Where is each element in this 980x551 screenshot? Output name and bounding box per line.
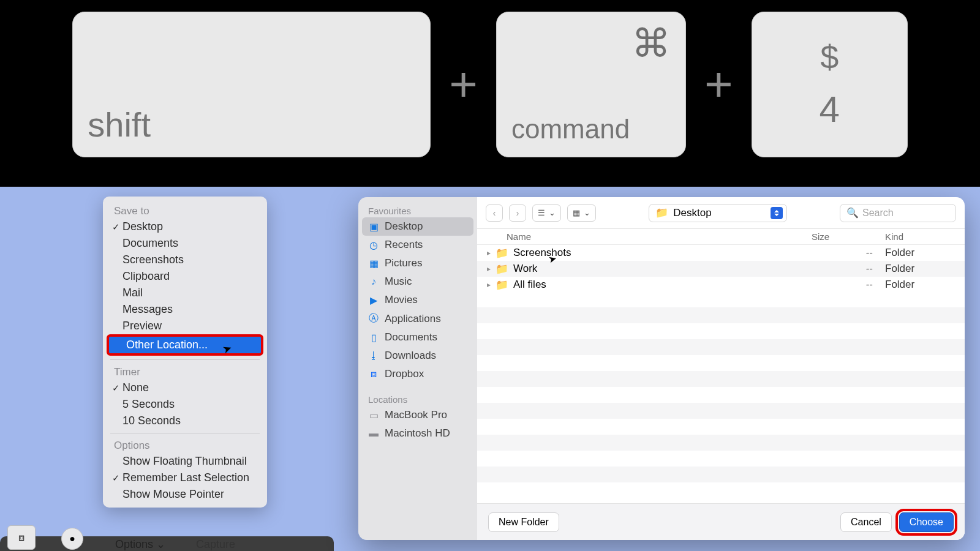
horizontal-scrollbar[interactable]	[477, 491, 836, 498]
menu-section-timer: Timer	[105, 364, 265, 380]
plus-icon: +	[704, 60, 733, 109]
chevron-left-icon: ‹	[493, 208, 496, 218]
list-icon: ☰	[538, 208, 545, 217]
menu-item-remember-last[interactable]: ✓Remember Last Selection	[105, 470, 265, 486]
sidebar-item-dropbox[interactable]: ⧈ Dropbox	[362, 365, 473, 383]
disclosure-icon[interactable]: ▸	[482, 249, 496, 257]
file-picker-dialog: Favourites ▣ Desktop ◷ Recents ▦ Picture…	[358, 197, 965, 540]
view-grid-button[interactable]: ▦ ⌄	[567, 204, 596, 222]
sidebar-item-pictures[interactable]: ▦ Pictures	[362, 254, 473, 272]
downloads-icon: ⭳	[368, 350, 379, 361]
key-4: $ 4	[752, 12, 908, 157]
column-headers: Name Size Kind	[477, 229, 965, 245]
sidebar-item-macbook-pro[interactable]: ▭ MacBook Pro	[362, 406, 473, 424]
pictures-icon: ▦	[368, 258, 379, 269]
screenshot-record-button[interactable]: ●	[61, 528, 83, 550]
folder-icon: 📁	[496, 247, 508, 260]
location-dropdown[interactable]: 📁 Desktop	[649, 204, 786, 222]
movies-icon: ▶	[368, 294, 379, 306]
menu-item-timer-none[interactable]: ✓None	[105, 380, 265, 396]
dropdown-arrows-icon	[771, 207, 783, 219]
applications-icon: Ⓐ	[368, 312, 379, 325]
plus-icon: +	[449, 60, 478, 109]
sidebar-item-downloads[interactable]: ⭳ Downloads	[362, 347, 473, 365]
key-shift: shift	[72, 12, 431, 157]
music-icon: ♪	[368, 276, 379, 287]
menu-item-show-pointer[interactable]: Show Mouse Pointer	[105, 486, 265, 503]
empty-rows	[477, 291, 965, 498]
grid-icon: ▦	[573, 208, 580, 217]
forward-button[interactable]: ›	[509, 204, 526, 222]
column-size[interactable]: Size	[812, 231, 885, 242]
screenshot-toolbar	[0, 536, 334, 551]
disk-icon: ▬	[368, 428, 379, 439]
sidebar-section-locations: Locations	[362, 392, 473, 406]
finder-sidebar: Favourites ▣ Desktop ◷ Recents ▦ Picture…	[358, 197, 477, 540]
menu-section-save-to: Save to	[105, 203, 265, 219]
sidebar-item-recents[interactable]: ◷ Recents	[362, 236, 473, 254]
chevron-down-icon: ⌄	[584, 208, 590, 217]
options-dropdown[interactable]: Options ⌄	[115, 538, 165, 551]
folder-icon: ▣	[368, 221, 379, 233]
finder-main: ‹ › ☰ ⌄ ▦ ⌄ 📁 Desktop	[477, 197, 965, 540]
choose-button[interactable]: Choose	[899, 512, 954, 532]
menu-item-messages[interactable]: Messages	[105, 301, 265, 318]
view-list-button[interactable]: ☰ ⌄	[532, 204, 561, 222]
menu-item-desktop[interactable]: ✓Desktop	[105, 219, 265, 235]
menu-item-timer-5[interactable]: 5 Seconds	[105, 396, 265, 413]
clock-icon: ◷	[368, 239, 379, 251]
menu-section-options: Options	[105, 437, 265, 453]
options-menu: Save to ✓Desktop Documents Screenshots C…	[103, 197, 267, 508]
sidebar-item-macintosh-hd[interactable]: ▬ Macintosh HD	[362, 424, 473, 443]
documents-icon: ▯	[368, 332, 379, 343]
chevron-right-icon: ›	[516, 208, 519, 218]
disclosure-icon[interactable]: ▸	[482, 280, 496, 289]
sidebar-item-music[interactable]: ♪ Music	[362, 272, 473, 291]
desktop-area: ⧈ ● Options ⌄ Capture Save to ✓Desktop D…	[0, 187, 980, 551]
laptop-icon: ▭	[368, 410, 379, 421]
selection-icon: ⧈	[18, 532, 24, 543]
keyboard-shortcut-banner: shift + ⌘ command + $ 4	[0, 0, 980, 168]
chevron-down-icon: ⌄	[549, 208, 556, 217]
menu-item-documents[interactable]: Documents	[105, 235, 265, 252]
screenshot-selection-button[interactable]: ⧈	[7, 525, 36, 550]
menu-item-mail[interactable]: Mail	[105, 285, 265, 301]
menu-item-preview[interactable]: Preview	[105, 318, 265, 334]
sidebar-item-applications[interactable]: Ⓐ Applications	[362, 309, 473, 328]
disclosure-icon[interactable]: ▸	[482, 264, 496, 273]
menu-item-timer-10[interactable]: 10 Seconds	[105, 413, 265, 429]
cursor-icon: ➤	[221, 341, 234, 357]
sidebar-section-favourites: Favourites	[362, 203, 473, 217]
menu-item-clipboard[interactable]: Clipboard	[105, 268, 265, 285]
record-icon: ●	[69, 533, 75, 544]
sidebar-item-desktop[interactable]: ▣ Desktop	[362, 217, 473, 236]
column-kind[interactable]: Kind	[885, 231, 965, 242]
dialog-footer: New Folder Cancel Choose	[477, 503, 965, 540]
menu-item-screenshots[interactable]: Screenshots	[105, 252, 265, 268]
folder-icon: 📁	[496, 263, 508, 276]
finder-toolbar: ‹ › ☰ ⌄ ▦ ⌄ 📁 Desktop	[477, 197, 965, 229]
menu-item-other-location[interactable]: Other Location... ➤	[107, 334, 263, 356]
sidebar-item-movies[interactable]: ▶ Movies	[362, 291, 473, 309]
capture-button[interactable]: Capture	[196, 538, 235, 551]
search-input[interactable]: 🔍 Search	[840, 204, 956, 222]
cancel-button[interactable]: Cancel	[840, 512, 892, 532]
key-command: ⌘ command	[496, 12, 686, 157]
column-name[interactable]: Name	[477, 231, 812, 242]
dropbox-icon: ⧈	[368, 369, 379, 380]
folder-icon: 📁	[655, 206, 668, 219]
command-symbol-icon: ⌘	[631, 21, 671, 66]
menu-item-floating-thumbnail[interactable]: Show Floating Thumbnail	[105, 453, 265, 470]
sidebar-item-documents[interactable]: ▯ Documents	[362, 328, 473, 347]
file-row[interactable]: ▸ 📁 All files -- Folder	[477, 277, 965, 293]
back-button[interactable]: ‹	[486, 204, 503, 222]
search-icon: 🔍	[846, 207, 859, 219]
new-folder-button[interactable]: New Folder	[488, 512, 559, 532]
folder-icon: 📁	[496, 279, 508, 291]
